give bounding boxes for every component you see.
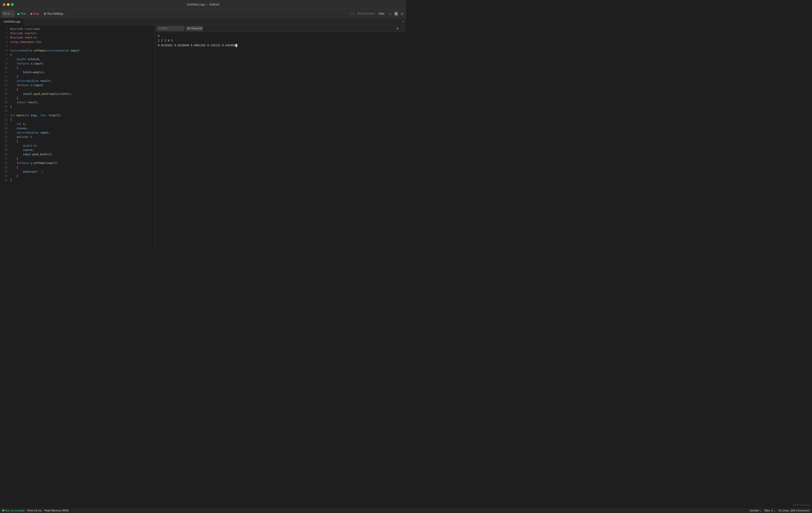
settings-icon: ⚙: [44, 12, 47, 16]
code-editor[interactable]: #include <iostream>#include <vector>#inc…: [10, 25, 155, 250]
line-number: 6: [0, 49, 7, 53]
run-button[interactable]: ▶ Run: [16, 11, 28, 17]
stop-icon: ■: [31, 12, 32, 16]
back-forward-label: Back/Forward: [358, 12, 375, 15]
code-line: for(auto x:input): [10, 62, 153, 66]
line-number: 4: [0, 40, 7, 44]
filter-icon: ⚲: [159, 27, 161, 30]
output-area: ⚲ Filter All Output ▼ 🗑 ⌄ 51 2 3 4 50.01…: [155, 25, 406, 250]
code-container: 1234567891011121314151617181920212223242…: [0, 25, 155, 250]
run-settings-button[interactable]: ⚙ Run Settings...: [42, 11, 67, 17]
code-line: #include <math.h>: [10, 36, 153, 40]
minimize-button[interactable]: [7, 3, 9, 6]
code-line: {: [10, 66, 153, 70]
line-number: 17: [0, 96, 7, 100]
code-line: }: [10, 178, 153, 183]
code-line: vector<double> result;: [10, 79, 153, 83]
code-line: {: [10, 88, 153, 92]
line-number: 10: [0, 66, 7, 70]
expand-output-button[interactable]: ⌄: [401, 26, 404, 31]
line-number: 7: [0, 53, 7, 57]
line-number: 35: [0, 174, 7, 178]
toolbar: C++ ⌄ ▶ Run ■ Stop ⚙ Run Settings... ‹ ›…: [0, 9, 406, 18]
line-number: 31: [0, 157, 7, 161]
run-settings-label: Run Settings...: [48, 12, 65, 15]
close-button[interactable]: [3, 3, 5, 6]
line-number: 27: [0, 139, 7, 144]
code-line: }: [10, 157, 153, 161]
code-line: for(auto x:input): [10, 83, 153, 88]
filter-input-wrapper[interactable]: ⚲ Filter: [157, 26, 184, 31]
code-line: }: [10, 96, 153, 100]
line-numbers: 1234567891011121314151617181920212223242…: [0, 25, 10, 250]
code-line: }: [10, 104, 153, 109]
back-forward-button[interactable]: ‹ ›: [350, 11, 356, 17]
view-grid-icon[interactable]: ⊟: [400, 11, 404, 16]
line-number: 29: [0, 148, 7, 152]
title-bar: Untitled.cpp — Edited: [0, 0, 406, 9]
code-line: cout<<y<<' ';: [10, 170, 153, 174]
line-number: 12: [0, 74, 7, 79]
code-line: }: [10, 174, 153, 178]
code-line: {: [10, 165, 153, 170]
stop-button[interactable]: ■ Stop: [29, 11, 41, 17]
chevron-down-icon: ▼: [200, 27, 202, 30]
add-tab-button[interactable]: +: [400, 20, 406, 24]
cursor: [235, 44, 237, 47]
line-number: 21: [0, 113, 7, 118]
back-icon: ‹: [351, 12, 352, 15]
code-line: cin>>x;: [10, 148, 153, 152]
maximize-button[interactable]: [11, 3, 14, 6]
stop-label: Stop: [33, 12, 39, 15]
line-number: 25: [0, 131, 7, 135]
editor-area: 1234567891011121314151617181920212223242…: [0, 25, 155, 250]
output-selector-label: All Output: [187, 27, 200, 30]
view-button[interactable]: View: [377, 11, 386, 17]
line-number: 8: [0, 57, 7, 62]
output-line: 5: [158, 34, 403, 38]
clear-output-button[interactable]: 🗑: [396, 26, 399, 31]
line-number: 11: [0, 70, 7, 74]
code-line: [10, 109, 153, 113]
main-content: 1234567891011121314151617181920212223242…: [0, 25, 406, 250]
code-line: input.push_back(x);: [10, 152, 153, 157]
line-number: 16: [0, 92, 7, 96]
code-line: }: [10, 74, 153, 79]
code-line: #include <vector>: [10, 31, 153, 36]
output-selector[interactable]: All Output ▼: [186, 26, 203, 31]
line-number: 32: [0, 161, 7, 165]
chevron-down-icon: ⌄: [11, 12, 13, 15]
play-icon: ▶: [18, 12, 20, 16]
code-line: while(n--): [10, 135, 153, 139]
view-single-icon[interactable]: ▭: [388, 11, 392, 16]
line-number: 15: [0, 88, 7, 92]
tab-untitled-cpp[interactable]: Untitled.cpp: [0, 18, 24, 25]
line-number: 23: [0, 122, 7, 126]
language-selector[interactable]: C++ ⌄: [2, 11, 15, 17]
tab-bar: Untitled.cpp +: [0, 18, 406, 25]
line-number: 13: [0, 79, 7, 83]
code-line: #include <iostream>: [10, 27, 153, 31]
code-line: {: [10, 53, 153, 57]
line-number: 1: [0, 27, 7, 31]
output-toolbar: ⚲ Filter All Output ▼ 🗑 ⌄: [155, 25, 406, 32]
line-number: 9: [0, 62, 7, 66]
language-label: C++: [3, 12, 10, 15]
view-label: View: [378, 12, 384, 15]
line-number: 33: [0, 165, 7, 170]
line-number: 20: [0, 109, 7, 113]
code-line: for(auto y:softmax(input)): [10, 161, 153, 165]
forward-icon: ›: [353, 12, 354, 15]
view-split-icon[interactable]: ⊞: [394, 11, 398, 16]
line-number: 26: [0, 135, 7, 139]
code-line: using namespace std;: [10, 40, 153, 44]
code-line: vector<double> softmax(vector<double> in…: [10, 49, 153, 53]
traffic-lights: [3, 3, 14, 6]
output-content: 51 2 3 4 50.0116562 0.0316849 0.0861285 …: [155, 32, 406, 250]
line-number: 3: [0, 36, 7, 40]
line-number: 36: [0, 178, 7, 183]
code-line: cin>>n;: [10, 126, 153, 131]
run-label: Run: [21, 12, 26, 15]
output-icons: 🗑 ⌄: [396, 26, 404, 31]
line-number: 24: [0, 126, 7, 131]
